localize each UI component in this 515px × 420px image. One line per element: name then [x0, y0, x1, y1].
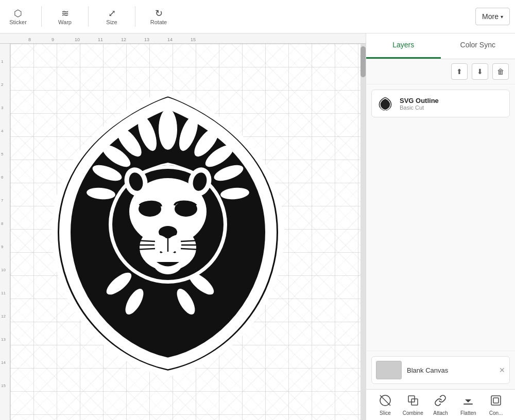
- layers-icons-row: ⬆ ⬇ 🗑: [366, 59, 515, 84]
- ruler-mark-11: 11: [98, 37, 103, 42]
- lion-svg-container[interactable]: [44, 88, 291, 376]
- ruler-mark-8: 8: [28, 37, 31, 42]
- layer-type: Basic Cut: [400, 104, 505, 111]
- rotate-label: Rotate: [150, 19, 167, 25]
- flatten-tool[interactable]: Flatten: [455, 394, 481, 416]
- blank-canvas-thumbnail: [376, 361, 402, 379]
- tab-color-sync-label: Color Sync: [460, 41, 495, 49]
- divider-3: [135, 6, 135, 27]
- warp-label: Warp: [58, 19, 72, 25]
- blank-canvas-section: Blank Canvas ✕: [366, 351, 515, 389]
- move-up-icon: ⬆: [456, 67, 462, 76]
- main-layout: 8 9 10 11 12 13 14 15 1 2 3 4 5 6 7 8 9 …: [0, 33, 515, 420]
- ruler-left: 1 2 3 4 5 6 7 8 9 10 11 12 13 14 15: [0, 44, 10, 420]
- svg-rect-42: [493, 398, 499, 403]
- contour-label: Con...: [489, 410, 503, 416]
- warp-tool[interactable]: ≋ Warp: [52, 8, 78, 25]
- flatten-icon: [462, 394, 474, 409]
- rotate-tool[interactable]: ↻ Rotate: [146, 8, 171, 25]
- combine-label: Combine: [403, 410, 423, 416]
- tab-bar: Layers Color Sync: [366, 33, 515, 59]
- svg-point-22: [145, 235, 168, 250]
- size-icon: ⤢: [108, 8, 116, 19]
- layer-name: SVG Outline: [400, 97, 505, 104]
- ruler-mark-10: 10: [75, 37, 80, 42]
- layer-info: SVG Outline Basic Cut: [400, 97, 505, 111]
- blank-canvas-item[interactable]: Blank Canvas ✕: [371, 356, 510, 384]
- more-button[interactable]: More ▾: [475, 8, 510, 25]
- sticker-label: Sticker: [9, 19, 27, 25]
- canvas-scrollbar[interactable]: [360, 44, 366, 420]
- right-panel: Layers Color Sync ⬆ ⬇ 🗑: [366, 33, 515, 420]
- more-label: More: [482, 12, 499, 21]
- lion-shield-svg: [44, 88, 291, 376]
- ruler-top: 8 9 10 11 12 13 14 15: [0, 33, 366, 44]
- ruler-mark-14: 14: [167, 37, 173, 42]
- blank-canvas-close-button[interactable]: ✕: [499, 366, 505, 374]
- tab-layers-label: Layers: [392, 41, 414, 49]
- ruler-mark-12: 12: [121, 37, 126, 42]
- delete-icon: 🗑: [497, 67, 504, 76]
- canvas-area[interactable]: 8 9 10 11 12 13 14 15 1 2 3 4 5 6 7 8 9 …: [0, 33, 366, 420]
- svg-rect-41: [491, 396, 501, 405]
- ruler-mark-9: 9: [52, 37, 54, 42]
- svg-point-0: [159, 109, 177, 150]
- tab-layers[interactable]: Layers: [366, 33, 441, 59]
- delete-layer-button[interactable]: 🗑: [492, 63, 509, 80]
- rotate-icon: ↻: [155, 8, 163, 19]
- tab-color-sync[interactable]: Color Sync: [441, 33, 516, 59]
- ruler-mark-13: 13: [144, 37, 149, 42]
- move-layer-up-button[interactable]: ⬆: [451, 63, 468, 80]
- blank-canvas-name: Blank Canvas: [407, 366, 448, 374]
- combine-tool[interactable]: Combine: [400, 394, 426, 416]
- canvas-content[interactable]: [10, 44, 360, 420]
- divider-2: [88, 6, 89, 27]
- svg-point-23: [168, 235, 191, 250]
- bottom-toolbar: Slice Combine Attach: [366, 389, 515, 420]
- contour-tool[interactable]: Con...: [483, 394, 509, 416]
- move-layer-down-button[interactable]: ⬇: [472, 63, 488, 80]
- slice-tool[interactable]: Slice: [372, 394, 398, 416]
- ruler-mark-15: 15: [191, 37, 196, 42]
- layer-svg-icon: [378, 96, 392, 111]
- scrollbar-thumb[interactable]: [360, 46, 366, 77]
- flatten-label: Flatten: [460, 410, 476, 416]
- layers-list: SVG Outline Basic Cut: [366, 84, 515, 351]
- size-tool[interactable]: ⤢ Size: [99, 8, 125, 25]
- more-arrow-icon: ▾: [501, 14, 503, 20]
- attach-label: Attach: [433, 410, 448, 416]
- warp-icon: ≋: [61, 8, 69, 19]
- attach-icon: [434, 394, 447, 409]
- sticker-icon: ⬡: [14, 8, 22, 19]
- size-label: Size: [106, 19, 117, 25]
- divider-1: [41, 6, 42, 27]
- layer-thumbnail: [376, 94, 394, 113]
- sticker-tool[interactable]: ⬡ Sticker: [5, 8, 31, 25]
- move-down-icon: ⬇: [477, 67, 483, 76]
- slice-label: Slice: [380, 410, 391, 416]
- contour-icon: [490, 394, 502, 409]
- main-toolbar: ⬡ Sticker ≋ Warp ⤢ Size ↻ Rotate More ▾: [0, 0, 515, 33]
- slice-icon: [379, 394, 391, 409]
- combine-icon: [407, 394, 419, 409]
- layer-item-svg[interactable]: SVG Outline Basic Cut: [371, 90, 510, 117]
- attach-tool[interactable]: Attach: [427, 394, 453, 416]
